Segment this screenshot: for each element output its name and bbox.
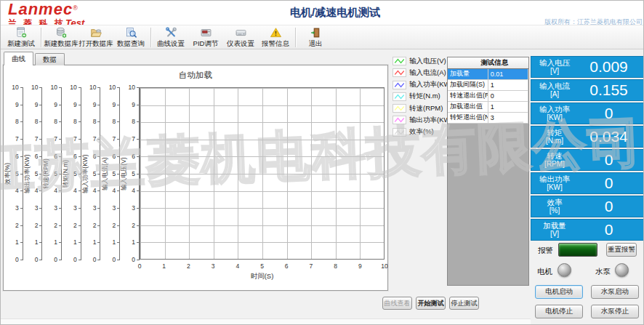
y-tick-label: 10: [128, 84, 134, 91]
y-tick-label: 3: [15, 204, 19, 212]
exit-icon: [308, 27, 323, 39]
table-row[interactable]: 转矩退出值(N.m)3: [448, 112, 528, 123]
y-tick-label: 1: [93, 238, 97, 246]
x-axis-label: 时间(S): [140, 272, 385, 281]
readout-unit: [N.m]: [546, 137, 563, 145]
toolbar-button-curve-settings[interactable]: 曲线设置: [153, 26, 188, 49]
y-tick-label: 6: [54, 153, 57, 160]
toolbar-button-new-database[interactable]: 新建数据库: [44, 26, 79, 49]
control-buttons: 电机启动 水泵启动 电机停止 水泵停止: [535, 285, 639, 318]
pump-stop-button[interactable]: 水泵停止: [591, 305, 639, 318]
y-tick-label: 9: [54, 101, 57, 108]
alarm-label: 报警: [538, 246, 553, 256]
y-tick-label: 7: [112, 135, 116, 143]
y-tick-label: 5: [54, 170, 57, 177]
y-tick-label: 6: [93, 153, 97, 160]
x-tick-label: 1: [162, 262, 166, 270]
readout-name-text: 输入功率: [539, 105, 570, 113]
tab-data[interactable]: 数据: [35, 53, 65, 65]
param-name-cell: 加载退出值: [448, 101, 488, 112]
table-row[interactable]: 加载量0.01: [448, 68, 528, 79]
pump-status-indicator: [615, 263, 629, 277]
lanmec-logo: Lanmec® 兰 菱 科 技Test: [8, 1, 84, 28]
x-tick-label: 6: [285, 262, 289, 270]
param-name-cell: 加载间隔(S): [448, 79, 488, 90]
toolbar-button-alarm-info[interactable]: 报警信息: [258, 26, 293, 49]
toolbar-button-open-database[interactable]: 打开数据库: [79, 26, 113, 49]
legend-swatch: [393, 116, 406, 124]
motor-start-button[interactable]: 电机启动: [535, 285, 583, 299]
y-tick-label: 1: [73, 238, 77, 246]
table-row[interactable]: 加载退出值1: [448, 101, 528, 112]
readout-row: 输入功率[KW]0: [531, 103, 644, 124]
readout-label: 转矩[N.m]: [531, 128, 578, 145]
y-tick-label: 2: [15, 222, 19, 229]
y-tick-label: 10: [89, 84, 96, 91]
motor-label: 电机: [537, 267, 552, 277]
readout-label: 输入电压[V]: [531, 58, 578, 76]
toolbar-button-meter-settings[interactable]: 仪表设置: [223, 26, 258, 49]
test-buttons: 曲线查看 开始测试 停止测试: [382, 297, 479, 310]
stop-test-button[interactable]: 停止测试: [449, 297, 479, 310]
toolbar-button-data-query[interactable]: 数据查询: [113, 26, 148, 49]
y-tick-label: 3: [132, 204, 135, 212]
y-tick-label: 6: [132, 153, 135, 160]
y-tick-label: 5: [73, 170, 77, 177]
y-tick-label: 2: [132, 222, 135, 229]
y-axis-title: 效率(%): [4, 162, 12, 184]
legend-swatch: [393, 81, 406, 89]
reset-alarm-button[interactable]: 重置报警: [606, 243, 637, 257]
title-bar: Lanmec® 兰 菱 科 技Test 电机/减速电机测试 版权所有：江苏兰菱机…: [1, 1, 644, 25]
readout-row: 输出功率[KW]0: [531, 172, 644, 194]
y-tick-label: 8: [73, 118, 77, 125]
x-tick-label: 0: [138, 262, 142, 270]
y-axes: 效率(%)109876543210输出功率(KW)109876543210转速(…: [4, 87, 142, 260]
y-tick-label: 0: [93, 256, 97, 263]
device-indicators: 电机 水泵: [531, 262, 644, 280]
param-name-cell: 转速退出值(RPM): [448, 90, 488, 101]
param-value-cell: 1: [488, 101, 528, 112]
legend-swatch: [393, 128, 406, 137]
new-test-icon: [14, 27, 29, 39]
readout-value: 0: [578, 221, 644, 238]
legend-swatch: [393, 92, 406, 101]
y-tick-label: 10: [12, 84, 18, 91]
toolbar-button-pid-tune[interactable]: PID调节: [188, 26, 223, 49]
y-tick-label: 0: [15, 256, 19, 263]
readout-row: 效率[%]0: [531, 196, 644, 217]
motor-stop-button[interactable]: 电机停止: [535, 305, 583, 318]
readout-name-text: 转矩: [547, 128, 563, 137]
x-tick-label: 2: [187, 262, 190, 270]
y-tick-label: 3: [112, 204, 116, 212]
readout-unit: [V]: [550, 67, 559, 76]
curve-view-button[interactable]: 曲线查看: [382, 297, 412, 310]
tab-strip: 曲线数据: [4, 52, 66, 65]
x-axis-ticks: 012345678910: [140, 262, 385, 271]
toolbar-button-exit[interactable]: 退出: [298, 26, 333, 49]
table-row[interactable]: 转速退出值(RPM)0: [448, 90, 528, 101]
y-tick-label: 7: [93, 135, 97, 143]
y-tick-label: 5: [15, 170, 19, 177]
param-value-cell: 3: [488, 112, 528, 123]
y-axis-title: 输入功率(KW): [81, 154, 90, 193]
y-tick-label: 4: [112, 187, 116, 194]
y-tick-label: 2: [112, 222, 116, 229]
y-axis-2: 输出功率(KW)109876543210: [23, 87, 43, 260]
y-tick-label: 8: [54, 118, 57, 125]
toolbar-button-label: 新建测试: [7, 39, 35, 49]
pump-start-button[interactable]: 水泵启动: [591, 285, 639, 299]
legend-swatch: [393, 68, 406, 77]
y-tick-label: 8: [112, 118, 116, 125]
toolbar-button-new-test[interactable]: 新建测试: [4, 26, 39, 49]
y-axis-title: 输出功率(KW): [23, 154, 32, 193]
y-tick-label: 6: [112, 153, 116, 160]
start-test-button[interactable]: 开始测试: [416, 297, 446, 310]
y-tick-label: 2: [73, 222, 77, 229]
y-tick-label: 9: [35, 101, 39, 108]
param-value-cell: 0: [488, 90, 528, 101]
table-row[interactable]: 加载间隔(S)1: [448, 79, 528, 90]
tab-curve[interactable]: 曲线: [4, 52, 33, 65]
toolbar: 新建测试新建数据库打开数据库数据查询曲线设置PID调节仪表设置报警信息退出: [1, 25, 644, 49]
y-tick-label: 10: [70, 84, 76, 91]
y-tick-label: 2: [54, 222, 57, 229]
